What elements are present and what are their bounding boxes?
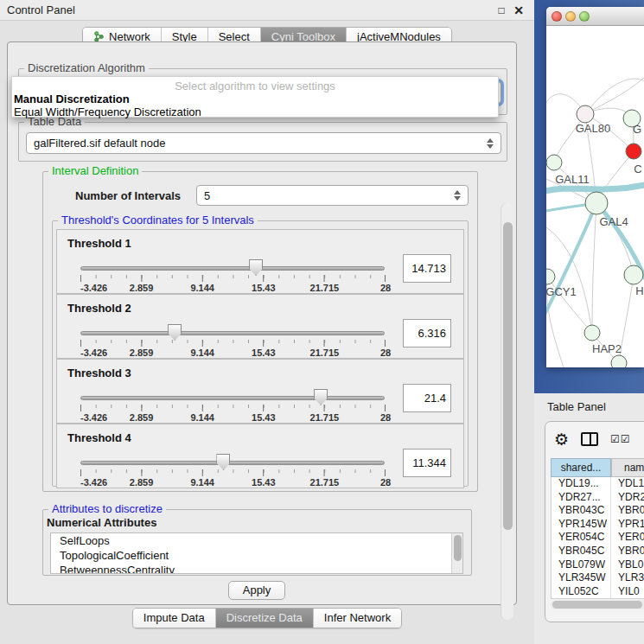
thresholds-subgroup: Threshold's Coordinates for 5 Intervals … — [52, 220, 469, 487]
table-header-row: shared... name — [551, 458, 644, 477]
network-node[interactable] — [584, 325, 600, 341]
table-data-group: Table Data galFiltered.sif default node — [18, 122, 507, 162]
table-row[interactable]: YBR043C YBR0 — [552, 504, 644, 518]
network-view-window[interactable]: GAL80GCGAL11GAL4GCY1HHAP2 — [546, 7, 644, 367]
tab-infer-network[interactable]: Infer Network — [314, 609, 401, 628]
table-row[interactable]: YIL052C YIL0 — [552, 585, 644, 599]
network-node-label: GCY1 — [546, 285, 577, 298]
table-panel-region: Table Panel ⚙ ☑☑ shared... name YDL19...… — [534, 393, 644, 644]
tab-discretize-data[interactable]: Discretize Data — [216, 609, 314, 628]
table-row[interactable]: YDR27... YDR2 — [552, 491, 644, 505]
threshold-2-value-field[interactable]: 6.316 — [403, 319, 451, 348]
numerical-attributes-list[interactable]: SelfLoops TopologicalCoefficient Between… — [50, 532, 463, 574]
popup-option-manual[interactable]: Manual Discretization — [12, 92, 498, 105]
threshold-slider-handle[interactable] — [249, 259, 263, 276]
table-row[interactable]: YBR045C YBR0 — [552, 545, 644, 558]
network-node[interactable] — [624, 265, 643, 284]
slider-rail[interactable] — [80, 266, 385, 271]
combo-stepper-icon — [480, 138, 494, 149]
attributes-group-title: Attributes to discretize — [48, 502, 166, 515]
main-vertical-scrollbar[interactable] — [501, 203, 513, 620]
table-row[interactable]: YDL19... YDL1 — [552, 477, 644, 491]
number-of-intervals-label: Number of Intervals — [75, 189, 181, 202]
slider-scale-labels: -3.4262.859 9.14415.43 21.71528 — [80, 348, 386, 358]
threshold-3-box: Threshold 3 -3.4262.859 9.14415.43 21.71… — [56, 359, 464, 424]
bottom-tabbar: Impute Data Discretize Data Infer Networ… — [0, 608, 534, 628]
slider-rail[interactable] — [80, 331, 385, 335]
network-node[interactable] — [585, 192, 608, 214]
list-item[interactable]: BetweennessCentrality — [51, 563, 462, 574]
right-region: GAL80GCGAL11GAL4GCY1HHAP2 Table Panel ⚙ … — [534, 0, 644, 644]
slider-rail[interactable] — [80, 461, 385, 465]
network-node[interactable] — [546, 269, 555, 284]
cytoscape-desktop: GAL80GCGAL11GAL4GCY1HHAP2 — [534, 0, 644, 393]
network-canvas[interactable]: GAL80GCGAL11GAL4GCY1HHAP2 — [546, 26, 644, 367]
network-node-label: GAL80 — [576, 122, 610, 135]
threshold-4-slider[interactable]: -3.4262.859 9.14415.43 21.71528 — [80, 456, 385, 485]
table-panel-card: ⚙ ☑☑ shared... name YDL19... YDL1 YDR27.… — [545, 421, 644, 622]
threshold-3-value-field[interactable]: 21.4 — [403, 384, 451, 412]
table-row[interactable]: YBL079W YBL0 — [552, 558, 644, 572]
network-node[interactable] — [626, 143, 641, 159]
threshold-1-label: Threshold 1 — [67, 237, 131, 250]
network-node[interactable] — [546, 155, 562, 170]
number-of-intervals-combobox[interactable]: 5 — [196, 185, 469, 206]
network-node[interactable] — [577, 105, 594, 123]
zoom-traffic-light-icon[interactable] — [579, 11, 590, 22]
table-horizontal-scrollbar[interactable] — [551, 600, 644, 609]
threshold-1-box: Threshold 1 -3.4262.859 9.14415.43 21.71… — [56, 229, 464, 294]
table-panel-title: Table Panel — [547, 400, 606, 413]
column-header-name[interactable]: name — [611, 458, 644, 477]
column-header-shared-name[interactable]: shared... — [551, 458, 611, 477]
table-row[interactable]: YLR345W YLR3 — [552, 571, 644, 585]
control-panel: Control Panel □ ✕ Network Style Selec — [0, 0, 534, 644]
slider-scale-labels: -3.4262.859 9.14415.43 21.71528 — [80, 283, 386, 293]
threshold-3-label: Threshold 3 — [67, 367, 131, 379]
network-node-label: H — [635, 284, 643, 297]
slider-rail[interactable] — [80, 396, 385, 400]
numerical-attributes-label: Numerical Attributes — [47, 516, 156, 529]
table-toolbar: ⚙ ☑☑ — [554, 427, 644, 451]
scrollbar-thumb[interactable] — [454, 535, 462, 561]
table-data-combobox[interactable]: galFiltered.sif default node — [26, 132, 501, 154]
interval-definition-group: Interval Definition Number of Intervals … — [42, 171, 478, 492]
split-columns-icon[interactable] — [581, 432, 598, 446]
discretization-algorithm-title: Discretization Algorithm — [24, 61, 149, 74]
table-row[interactable]: YER054C YER0 — [552, 531, 644, 545]
threshold-2-box: Threshold 2 -3.4262.859 9.14415.43 21.71… — [56, 294, 464, 359]
threshold-2-slider[interactable]: -3.4262.859 9.14415.43 21.71528 — [80, 326, 385, 355]
network-node[interactable] — [611, 355, 627, 367]
algorithm-popup: Select algorithm to view settings Manual… — [11, 76, 499, 118]
scrollbar-thumb[interactable] — [552, 601, 642, 609]
float-window-icon[interactable]: □ — [493, 4, 510, 16]
threshold-4-value-field[interactable]: 11.344 — [403, 449, 451, 477]
close-icon[interactable]: ✕ — [510, 3, 527, 17]
table-row[interactable]: YPR145W YPR1 — [552, 518, 644, 532]
slider-scale-labels: -3.4262.859 9.14415.43 21.71528 — [80, 412, 386, 423]
threshold-slider-handle[interactable] — [168, 324, 182, 341]
interval-definition-title: Interval Definition — [48, 164, 142, 177]
network-node-label: HAP2 — [592, 342, 622, 355]
cyni-content-frame: Discretization Algorithm Table Data galF… — [7, 41, 517, 605]
list-scrollbar[interactable] — [451, 533, 462, 573]
popup-option-equal-width[interactable]: Equal Width/Frequency Discretization — [12, 105, 498, 118]
threshold-1-slider[interactable]: -3.4262.859 9.14415.43 21.71528 — [80, 261, 385, 290]
panel-title: Control Panel — [7, 3, 493, 16]
list-item[interactable]: TopologicalCoefficient — [51, 548, 462, 563]
minimize-traffic-light-icon[interactable] — [565, 11, 576, 22]
network-window-titlebar[interactable] — [546, 7, 644, 26]
threshold-slider-handle[interactable] — [216, 454, 230, 470]
network-node-label: C — [634, 163, 641, 175]
list-item[interactable]: SelfLoops — [51, 533, 462, 548]
threshold-slider-handle[interactable] — [314, 389, 328, 405]
tab-impute-data[interactable]: Impute Data — [133, 609, 216, 628]
close-traffic-light-icon[interactable] — [552, 11, 562, 22]
gear-icon[interactable]: ⚙ — [554, 431, 569, 448]
scrollbar-thumb[interactable] — [503, 222, 513, 530]
threshold-4-box: Threshold 4 -3.4262.859 9.14415.43 21.71… — [56, 424, 464, 488]
threshold-3-slider[interactable]: -3.4262.859 9.14415.43 21.71528 — [80, 391, 385, 420]
apply-button[interactable]: Apply — [228, 581, 285, 600]
checkbox-columns-icon[interactable]: ☑☑ — [610, 433, 631, 445]
threshold-1-value-field[interactable]: 14.713 — [403, 254, 451, 283]
network-node-label: GAL11 — [555, 173, 590, 186]
